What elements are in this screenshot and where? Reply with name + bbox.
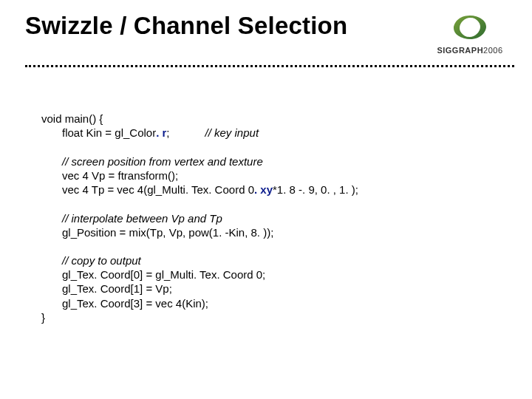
logo-brand: SIGGRAPH xyxy=(437,46,483,55)
header-divider xyxy=(25,65,514,67)
code-block: void main() { float Kin = gl_Color. r;//… xyxy=(41,98,358,338)
slide: Swizzle / Channel Selection SIGGRAPH2006… xyxy=(0,0,532,399)
siggraph-logo: SIGGRAPH2006 xyxy=(426,13,514,55)
logo-year: 2006 xyxy=(483,46,502,55)
code-line: gl_Tex. Coord[3] = vec 4(Kin); xyxy=(62,297,208,310)
code-comment: // interpolate between Vp and Tp xyxy=(62,212,222,225)
code-line: float Kin = gl_Color xyxy=(62,126,156,139)
code-line: vec 4 Vp = ftransform(); xyxy=(62,169,178,182)
code-line: *1. 8 -. 9, 0. , 1. ); xyxy=(273,183,358,196)
logo-icon xyxy=(451,13,489,41)
code-comment: // key input xyxy=(205,126,259,139)
code-comment: // screen position from vertex and textu… xyxy=(62,155,263,168)
swizzle-r: . r xyxy=(156,126,166,139)
code-line: gl_Tex. Coord[1] = Vp; xyxy=(62,282,172,295)
code-line: vec 4 Tp = vec 4(gl_Multi. Tex. Coord 0 xyxy=(62,183,254,196)
code-line: gl_Position = mix(Tp, Vp, pow(1. -Kin, 8… xyxy=(62,226,273,239)
code-line: } xyxy=(41,311,45,324)
code-comment: // copy to output xyxy=(62,254,141,267)
logo-text: SIGGRAPH2006 xyxy=(426,46,514,55)
code-line: gl_Tex. Coord[0] = gl_Multi. Tex. Coord … xyxy=(62,268,265,281)
swizzle-xy: . xy xyxy=(254,183,273,196)
slide-title: Swizzle / Channel Selection xyxy=(25,12,347,40)
code-line: ; xyxy=(166,126,169,139)
code-line: void main() { xyxy=(41,112,103,125)
